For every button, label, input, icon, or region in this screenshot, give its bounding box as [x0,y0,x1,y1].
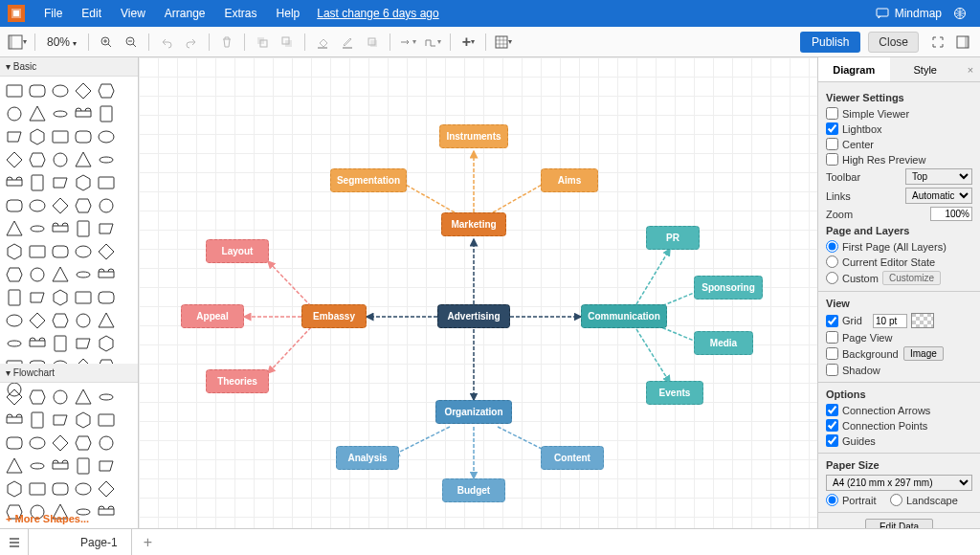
shape-basic-22[interactable] [50,172,71,193]
shape-basic-52[interactable] [50,310,71,331]
background-checkbox[interactable] [826,347,838,360]
shape-basic-43[interactable] [73,264,94,285]
custom-radio[interactable] [826,272,838,284]
shape-basic-29[interactable] [96,195,117,216]
shape-flowchart-12[interactable] [50,433,71,454]
node-advertising[interactable]: Advertising [437,304,510,328]
shape-basic-23[interactable] [73,172,94,193]
paper-size-select[interactable]: A4 (210 mm x 297 mm) [826,475,972,491]
highres-checkbox[interactable] [826,153,838,166]
shape-basic-3[interactable] [73,80,94,101]
menu-help[interactable]: Help [267,7,310,20]
doc-name-button[interactable]: Mindmap [870,7,947,20]
shape-basic-0[interactable] [4,80,25,101]
shape-basic-21[interactable] [27,172,48,193]
shape-basic-45[interactable] [4,287,25,308]
center-checkbox[interactable] [826,138,838,150]
shape-basic-54[interactable] [96,310,117,331]
shape-flowchart-16[interactable] [27,455,48,477]
shape-flowchart-18[interactable] [73,455,94,477]
shape-basic-26[interactable] [27,195,48,216]
shape-basic-33[interactable] [73,218,94,239]
shape-flowchart-8[interactable] [73,410,94,431]
shape-basic-2[interactable] [50,80,71,101]
tab-close-button[interactable]: × [961,57,980,81]
lightbox-checkbox[interactable] [826,122,838,135]
shape-flowchart-2[interactable] [50,387,71,408]
guides-checkbox[interactable] [826,434,838,447]
shape-basic-34[interactable] [96,218,117,239]
shape-basic-30[interactable] [4,218,25,239]
node-marketing[interactable]: Marketing [441,212,506,236]
shadow-button[interactable] [361,31,384,54]
shape-basic-18[interactable] [73,149,94,170]
shape-basic-8[interactable] [73,103,94,124]
shape-basic-14[interactable] [96,126,117,147]
first-page-radio[interactable] [826,240,838,253]
shape-basic-32[interactable] [50,218,71,239]
bg-image-button[interactable]: Image [903,346,944,361]
shape-basic-49[interactable] [96,287,117,308]
shape-basic-24[interactable] [96,172,117,193]
shape-basic-40[interactable] [4,264,25,285]
shape-basic-58[interactable] [73,333,94,354]
menu-edit[interactable]: Edit [72,7,111,20]
zoom-selector[interactable]: 80% ▾ [41,35,82,49]
shape-flowchart-0[interactable] [4,387,25,408]
shape-flowchart-22[interactable] [50,478,71,500]
shape-basic-53[interactable] [73,310,94,331]
to-back-button[interactable] [276,31,299,54]
shape-basic-4[interactable] [96,80,117,101]
shape-flowchart-7[interactable] [50,410,71,431]
node-layout[interactable]: Layout [206,239,269,263]
shape-flowchart-10[interactable] [4,433,25,454]
zoom-input[interactable] [930,207,972,221]
shape-basic-44[interactable] [96,264,117,285]
shape-flowchart-6[interactable] [27,410,48,431]
shape-flowchart-15[interactable] [4,455,25,477]
line-color-button[interactable] [336,31,359,54]
shape-basic-46[interactable] [27,287,48,308]
canvas[interactable]: Advertising Marketing Instruments Segmen… [139,57,817,528]
shape-flowchart-19[interactable] [96,455,117,477]
fill-color-button[interactable] [311,31,334,54]
shape-basic-25[interactable] [4,195,25,216]
shadow-checkbox[interactable] [826,364,838,376]
redo-button[interactable] [180,31,203,54]
shape-basic-11[interactable] [27,126,48,147]
shape-basic-55[interactable] [4,333,25,354]
shape-basic-7[interactable] [50,103,71,124]
shape-flowchart-21[interactable] [27,478,48,500]
format-panel-button[interactable] [951,31,974,54]
zoom-in-button[interactable] [95,31,118,54]
landscape-radio[interactable] [890,494,902,506]
shape-basic-1[interactable] [27,80,48,101]
node-budget[interactable]: Budget [442,478,505,502]
shape-basic-41[interactable] [27,264,48,285]
node-organization[interactable]: Organization [435,400,512,424]
shape-flowchart-5[interactable] [4,410,25,431]
shape-flowchart-9[interactable] [96,410,117,431]
shape-flowchart-4[interactable] [96,387,117,408]
palette-basic-title[interactable]: ▾ Basic [0,57,138,77]
shape-basic-17[interactable] [50,149,71,170]
pageview-checkbox[interactable] [826,331,838,344]
simple-viewer-checkbox[interactable] [826,107,838,120]
edit-data-button[interactable]: Edit Data [865,519,933,528]
publish-button[interactable]: Publish [800,32,860,53]
shape-basic-6[interactable] [27,103,48,124]
add-page-button[interactable]: + [132,534,164,551]
node-theories[interactable]: Theories [206,369,269,393]
shape-basic-5[interactable] [4,103,25,124]
shape-basic-16[interactable] [27,149,48,170]
portrait-radio[interactable] [826,494,838,506]
grid-size-input[interactable] [873,314,907,328]
shape-flowchart-11[interactable] [27,433,48,454]
node-sponsoring[interactable]: Sponsoring [694,276,763,300]
shape-basic-19[interactable] [96,149,117,170]
shape-basic-38[interactable] [73,241,94,262]
globe-button[interactable] [947,7,972,20]
current-editor-radio[interactable] [826,255,838,268]
palette-flowchart-title[interactable]: ▾ Flowchart [0,364,138,383]
shape-flowchart-20[interactable] [4,478,25,500]
